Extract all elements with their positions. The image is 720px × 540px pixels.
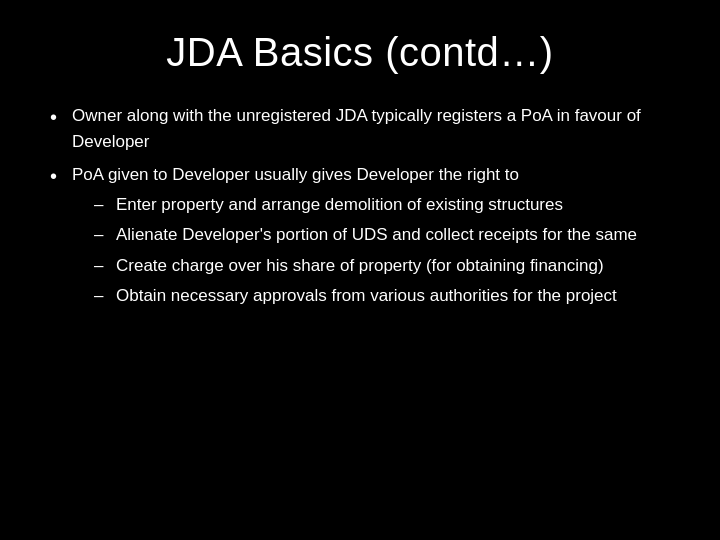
sub-bullet-4: – Obtain necessary approvals from variou… bbox=[94, 283, 670, 309]
sub-bullet-3-text: Create charge over his share of property… bbox=[116, 253, 670, 279]
main-bullet-1: • Owner along with the unregistered JDA … bbox=[50, 103, 670, 156]
sub-dash-3: – bbox=[94, 253, 116, 279]
bullet-dot-2: • bbox=[50, 162, 72, 190]
bullet-dot-1: • bbox=[50, 103, 72, 131]
slide: JDA Basics (contd…) • Owner along with t… bbox=[0, 0, 720, 540]
main-bullet-2-label: PoA given to Developer usually gives Dev… bbox=[72, 165, 519, 184]
slide-title: JDA Basics (contd…) bbox=[50, 30, 670, 75]
sub-bullet-2-text: Alienate Developer's portion of UDS and … bbox=[116, 222, 670, 248]
sub-bullet-3: – Create charge over his share of proper… bbox=[94, 253, 670, 279]
sub-dash-2: – bbox=[94, 222, 116, 248]
sub-bullet-1-text: Enter property and arrange demolition of… bbox=[116, 192, 670, 218]
main-bullet-2-text: PoA given to Developer usually gives Dev… bbox=[72, 162, 670, 314]
sub-dash-1: – bbox=[94, 192, 116, 218]
sub-bullet-4-text: Obtain necessary approvals from various … bbox=[116, 283, 670, 309]
sub-bullet-1: – Enter property and arrange demolition … bbox=[94, 192, 670, 218]
main-bullet-1-text: Owner along with the unregistered JDA ty… bbox=[72, 103, 670, 156]
main-bullet-2: • PoA given to Developer usually gives D… bbox=[50, 162, 670, 314]
sub-bullet-2: – Alienate Developer's portion of UDS an… bbox=[94, 222, 670, 248]
slide-content: • Owner along with the unregistered JDA … bbox=[50, 103, 670, 319]
sub-bullets-list: – Enter property and arrange demolition … bbox=[94, 192, 670, 309]
sub-dash-4: – bbox=[94, 283, 116, 309]
